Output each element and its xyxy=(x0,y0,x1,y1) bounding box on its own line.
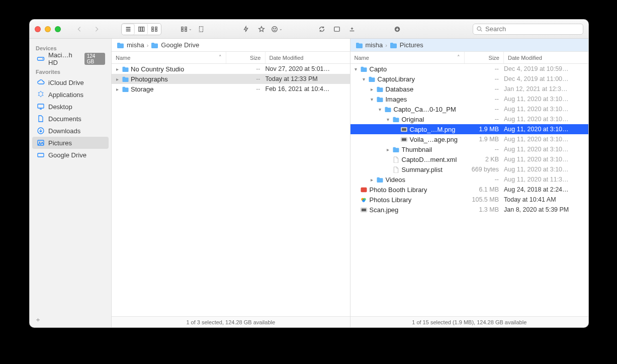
file-size: 1.9 MB xyxy=(465,126,504,133)
file-list[interactable]: ▾ Capto -- Dec 4, 2019 at 10:59… ▾ Capto… xyxy=(350,64,589,316)
path-bar: misha›Google Drive xyxy=(112,39,350,52)
file-row[interactable]: Capto_…M.png 1.9 MB Aug 11, 2020 at 3:10… xyxy=(350,124,589,134)
file-name: Capto xyxy=(370,65,387,73)
disclosure-triangle-icon[interactable]: ▸ xyxy=(386,147,391,152)
disclosure-triangle-icon[interactable]: ▾ xyxy=(354,66,359,72)
folder-icon xyxy=(390,42,397,48)
sort-asc-icon: ˄ xyxy=(219,54,222,61)
disclosure-triangle-icon[interactable]: ▸ xyxy=(115,66,120,72)
breadcrumb-segment[interactable]: misha xyxy=(127,41,144,49)
gallery-view-button[interactable] xyxy=(148,24,161,35)
sidebar-item-desktop[interactable]: Desktop xyxy=(30,101,111,113)
file-row[interactable]: ▾ Original -- Aug 11, 2020 at 3:10… xyxy=(350,114,589,124)
file-row[interactable]: Scan.jpeg 1.3 MB Jan 8, 2020 at 5:39 PM xyxy=(350,205,589,215)
sidebar-item-applications[interactable]: Applications xyxy=(30,88,111,101)
quick-action-icon[interactable] xyxy=(240,24,253,35)
file-date: Aug 11, 2020 at 3:10… xyxy=(504,136,588,143)
file-size: 1.3 MB xyxy=(465,206,504,213)
disclosure-triangle-icon[interactable]: ▸ xyxy=(370,86,375,92)
file-size: -- xyxy=(465,146,504,153)
disclosure-triangle-icon[interactable]: ▾ xyxy=(386,117,391,122)
breadcrumb-segment[interactable]: Pictures xyxy=(400,41,423,49)
column-header-date[interactable]: Date Modified xyxy=(504,52,588,63)
sidebar-item-downloads[interactable]: Downloads xyxy=(30,125,111,137)
folder-icon xyxy=(356,42,363,48)
file-row[interactable]: ▾ CaptoLibrary -- Dec 4, 2019 at 11:00… xyxy=(350,74,589,84)
disclosure-triangle-icon[interactable]: ▾ xyxy=(370,97,375,102)
column-header-size[interactable]: Size xyxy=(465,52,504,63)
column-header-size[interactable]: Size xyxy=(226,52,266,63)
column-view-button[interactable] xyxy=(135,24,148,35)
file-row[interactable]: Photos Library 105.5 MB Today at 10:41 A… xyxy=(350,195,589,205)
sidebar-item-icloud[interactable]: iCloud Drive xyxy=(30,76,111,88)
sidebar-item-documents[interactable]: Documents xyxy=(30,113,111,125)
file-icon xyxy=(392,166,400,173)
disclosure-triangle-icon[interactable]: ▸ xyxy=(370,177,375,183)
file-row[interactable]: Photo Booth Library 6.1 MB Aug 24, 2018 … xyxy=(350,185,589,195)
gdrive-icon xyxy=(37,151,45,159)
file-name: Photographs xyxy=(131,75,168,83)
list-view-button[interactable] xyxy=(122,24,135,35)
column-header-name[interactable]: Name˄ xyxy=(112,52,226,63)
close-window-button[interactable] xyxy=(35,26,41,32)
file-row[interactable]: ▸ Thumbnail -- Aug 11, 2020 at 3:10… xyxy=(350,144,589,154)
sync-icon[interactable] xyxy=(315,24,328,35)
file-row[interactable]: ▸ Photographs -- Today at 12:33 PM xyxy=(112,74,350,84)
file-name: No Country Studio xyxy=(131,65,184,73)
group-by-button[interactable]: ⌄ xyxy=(180,24,193,35)
svg-line-25 xyxy=(481,30,482,31)
sidebar-item-google-drive[interactable]: Google Drive xyxy=(30,149,111,161)
add-tab-icon[interactable] xyxy=(345,24,359,35)
back-button[interactable] xyxy=(73,24,86,35)
file-row[interactable]: ▸ Videos -- Aug 11, 2020 at 11:3… xyxy=(350,174,589,185)
new-file-button[interactable] xyxy=(195,24,208,35)
search-field[interactable] xyxy=(473,24,583,35)
emoji-icon[interactable]: ⌄ xyxy=(270,24,283,35)
disclosure-triangle-icon[interactable]: ▸ xyxy=(115,86,120,92)
disclosure-triangle-icon[interactable]: ▸ xyxy=(115,76,120,82)
file-list[interactable]: ▸ No Country Studio -- Nov 27, 2020 at 5… xyxy=(112,64,350,316)
sidebar-item-macintosh-hd[interactable]: Maci…h HD 124 GB xyxy=(30,53,111,65)
file-size: -- xyxy=(226,75,266,82)
window-controls xyxy=(35,26,61,32)
disclosure-triangle-icon[interactable]: ▾ xyxy=(378,107,383,112)
breadcrumb-segment[interactable]: misha xyxy=(366,41,383,49)
file-row[interactable]: ▸ Storage -- Feb 16, 2021 at 10:4… xyxy=(112,84,350,94)
minimize-window-button[interactable] xyxy=(45,26,51,32)
file-row[interactable]: ▸ Database -- Jan 12, 2021 at 12:3… xyxy=(350,84,589,94)
file-row[interactable]: ▾ Capto -- Dec 4, 2019 at 10:59… xyxy=(350,64,589,74)
sidebar-add-button[interactable]: ＋ xyxy=(30,312,111,327)
file-date: Aug 11, 2020 at 3:10… xyxy=(504,156,588,163)
file-row[interactable]: Voila_…age.png 1.9 MB Aug 11, 2020 at 3:… xyxy=(350,134,589,144)
folder-icon xyxy=(151,42,158,48)
file-date: Nov 27, 2020 at 5:01… xyxy=(266,65,350,72)
terminal-icon[interactable] xyxy=(330,24,343,35)
folder-icon xyxy=(121,65,129,72)
tag-star-icon[interactable] xyxy=(255,24,268,35)
file-name: Scan.jpeg xyxy=(370,206,399,214)
file-size: 2 KB xyxy=(465,156,504,163)
svg-rect-5 xyxy=(142,27,144,31)
folder-icon xyxy=(392,146,400,153)
photobooth-icon xyxy=(360,186,368,193)
disclosure-triangle-icon[interactable]: ▾ xyxy=(362,76,367,82)
breadcrumb-segment[interactable]: Google Drive xyxy=(161,41,199,49)
sidebar-item-pictures[interactable]: Pictures xyxy=(32,137,109,149)
sidebar-item-label: Maci…h HD xyxy=(48,51,81,66)
column-header-date[interactable]: Date Modified xyxy=(266,52,350,63)
search-icon xyxy=(476,26,483,32)
download-circle-icon[interactable] xyxy=(391,24,404,35)
file-row[interactable]: CaptoD…ment.xml 2 KB Aug 11, 2020 at 3:1… xyxy=(350,154,589,164)
file-row[interactable]: Summary.plist 669 bytes Aug 11, 2020 at … xyxy=(350,164,589,174)
file-row[interactable]: ▸ No Country Studio -- Nov 27, 2020 at 5… xyxy=(112,64,350,74)
forward-button[interactable] xyxy=(90,24,103,35)
svg-rect-6 xyxy=(152,27,154,29)
file-size: -- xyxy=(465,96,504,103)
column-header-name[interactable]: Name˄ xyxy=(350,52,465,63)
folder-icon xyxy=(376,85,384,93)
applications-icon xyxy=(37,90,45,99)
search-input[interactable] xyxy=(485,25,580,33)
file-row[interactable]: ▾ Images -- Aug 11, 2020 at 3:10… xyxy=(350,94,589,104)
zoom-window-button[interactable] xyxy=(55,26,61,32)
file-row[interactable]: ▾ Capto_Ca…0-10_PM -- Aug 11, 2020 at 3:… xyxy=(350,104,589,114)
